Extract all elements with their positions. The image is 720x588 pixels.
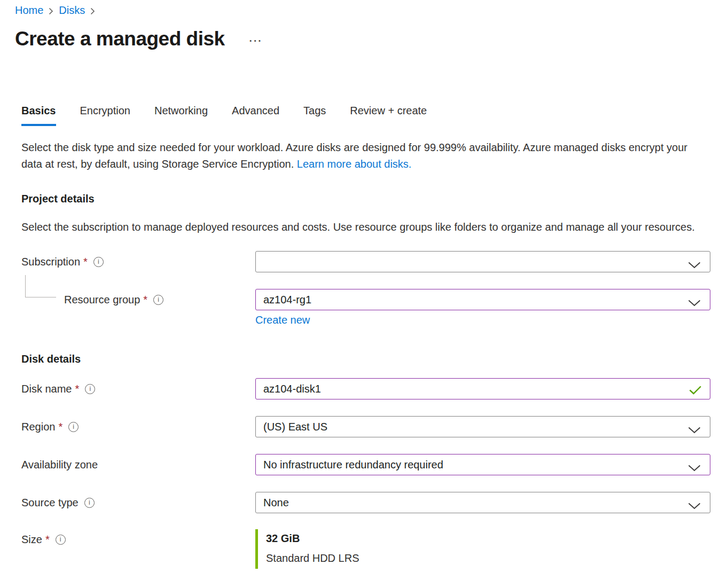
info-icon[interactable]: i <box>85 384 95 394</box>
learn-more-link[interactable]: Learn more about disks. <box>297 158 412 170</box>
region-dropdown[interactable]: (US) East US <box>255 416 710 437</box>
breadcrumb-link-home[interactable]: Home <box>15 4 43 17</box>
source-type-value: None <box>263 497 289 509</box>
chevron-right-icon <box>49 7 53 15</box>
breadcrumb-link-disks[interactable]: Disks <box>59 4 85 17</box>
chevron-down-icon <box>688 462 701 474</box>
project-details-description: Select the subscription to manage deploy… <box>21 219 705 236</box>
page-header: Create a managed disk ··· <box>0 28 720 50</box>
source-type-label: Source type <box>21 497 79 509</box>
intro-text: Select the disk type and size needed for… <box>21 139 709 173</box>
disk-name-input[interactable] <box>263 383 685 395</box>
tab-encryption[interactable]: Encryption <box>80 105 131 126</box>
required-asterisk: * <box>143 294 147 306</box>
disk-name-label-group: Disk name * i <box>21 383 255 395</box>
required-asterisk: * <box>58 421 62 433</box>
required-asterisk: * <box>83 256 88 268</box>
resource-group-dropdown[interactable]: az104-rg1 <box>255 289 710 310</box>
subscription-resource-group-connector <box>25 275 56 297</box>
disk-details-heading: Disk details <box>21 352 720 366</box>
info-icon[interactable]: i <box>93 257 104 267</box>
disk-name-row: Disk name * i <box>21 378 720 399</box>
page-title: Create a managed disk <box>15 28 225 50</box>
disk-name-field <box>255 378 710 399</box>
disk-name-label: Disk name <box>21 383 72 395</box>
size-value-secondary: Standard HDD LRS <box>266 552 359 565</box>
resource-group-label-group: Resource group * i <box>21 294 255 306</box>
chevron-down-icon <box>688 500 701 512</box>
resource-group-value: az104-rg1 <box>263 294 311 306</box>
size-row: Size * i 32 GiB Standard HDD LRS <box>21 529 720 569</box>
availability-zone-row: Availability zone No infrastructure redu… <box>21 454 720 475</box>
chevron-right-icon <box>90 7 95 15</box>
more-options-icon[interactable]: ··· <box>249 38 263 44</box>
source-type-dropdown[interactable]: None <box>255 492 710 513</box>
tab-networking[interactable]: Networking <box>154 105 208 126</box>
subscription-dropdown[interactable] <box>255 251 710 272</box>
info-icon[interactable]: i <box>84 498 95 508</box>
required-asterisk: * <box>75 383 79 395</box>
source-type-label-group: Source type i <box>21 497 255 509</box>
size-value-block: 32 GiB Standard HDD LRS <box>255 529 359 569</box>
region-label-group: Region * i <box>21 421 255 433</box>
availability-zone-label: Availability zone <box>21 459 98 471</box>
subscription-label: Subscription <box>21 256 80 268</box>
availability-zone-dropdown[interactable]: No infrastructure redundancy required <box>255 454 710 475</box>
size-label-group: Size * i <box>21 529 255 546</box>
chevron-down-icon <box>688 424 701 436</box>
resource-group-label: Resource group <box>64 294 140 306</box>
wizard-tabs: Basics Encryption Networking Advanced Ta… <box>0 105 720 126</box>
tab-review-create[interactable]: Review + create <box>350 105 427 126</box>
region-value: (US) East US <box>263 421 327 433</box>
valid-check-icon <box>689 385 702 397</box>
region-label: Region <box>21 421 55 433</box>
tab-basics[interactable]: Basics <box>21 105 56 126</box>
info-icon[interactable]: i <box>56 535 66 545</box>
availability-zone-label-group: Availability zone <box>21 459 255 471</box>
availability-zone-value: No infrastructure redundancy required <box>263 459 443 471</box>
chevron-down-icon <box>688 259 701 271</box>
tab-tags[interactable]: Tags <box>303 105 326 126</box>
tab-advanced[interactable]: Advanced <box>232 105 279 126</box>
resource-group-row: Resource group * i az104-rg1 <box>21 289 720 310</box>
region-row: Region * i (US) East US <box>21 416 720 437</box>
subscription-label-group: Subscription * i <box>21 256 255 268</box>
source-type-row: Source type i None <box>21 492 720 513</box>
required-asterisk: * <box>45 534 50 546</box>
subscription-row: Subscription * i <box>21 251 720 272</box>
info-icon[interactable]: i <box>68 422 79 432</box>
breadcrumb: Home Disks <box>0 0 720 17</box>
project-details-heading: Project details <box>21 192 720 206</box>
size-value-primary: 32 GiB <box>266 532 359 545</box>
create-new-resource-group-link[interactable]: Create new <box>255 314 310 326</box>
info-icon[interactable]: i <box>153 295 163 305</box>
size-label: Size <box>21 534 42 546</box>
chevron-down-icon <box>688 297 701 309</box>
size-text: 32 GiB Standard HDD LRS <box>258 529 359 569</box>
